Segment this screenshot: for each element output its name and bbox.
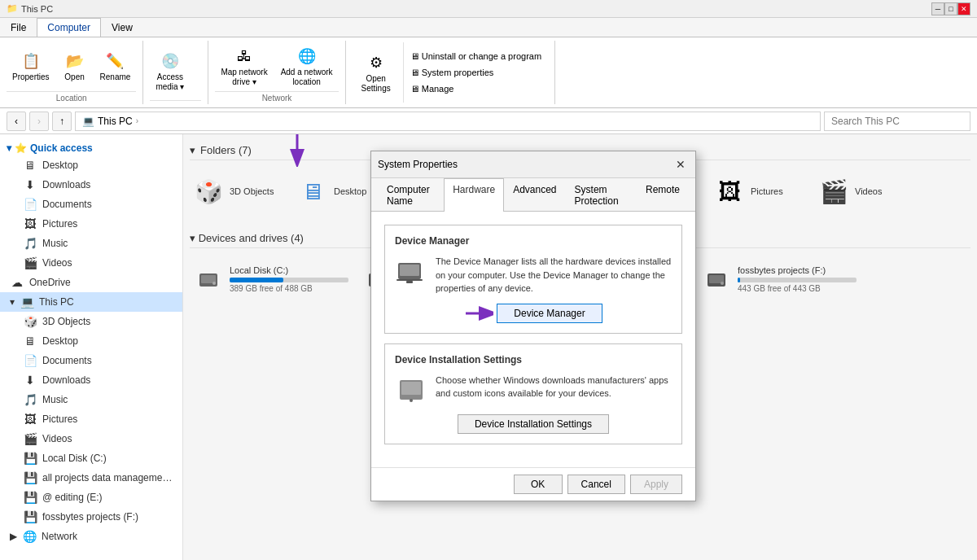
sidebar-localdisk-label: Local Disk (C:): [42, 453, 176, 464]
tab-file[interactable]: File: [0, 18, 37, 37]
window-icon: 📁: [7, 3, 18, 14]
map-network-label: Map networkdrive ▾: [221, 68, 267, 87]
sidebar-item-editing[interactable]: 💾 @ editing (E:): [0, 488, 182, 507]
sidebar-videos-label: Videos: [42, 257, 176, 269]
rename-label: Rename: [100, 72, 131, 82]
sidebar-item-pictures[interactable]: 🖼 Pictures: [0, 214, 182, 234]
access-media-icon: 💿: [159, 50, 182, 72]
sidebar-item-pictures2[interactable]: 🖼 Pictures: [0, 409, 182, 429]
sidebar-item-local-disk[interactable]: 💾 Local Disk (C:): [0, 448, 182, 468]
sidebar-desktop-label: Desktop: [42, 160, 176, 171]
svg-rect-26: [406, 281, 413, 283]
downloads-icon: ⬇: [23, 177, 37, 192]
path-computer: This PC: [98, 116, 133, 127]
sidebar-item-videos[interactable]: 🎬 Videos: [0, 253, 182, 273]
open-icon: 📂: [64, 50, 86, 72]
fossbytes-icon: 💾: [23, 510, 37, 524]
apply-btn[interactable]: Apply: [630, 475, 682, 494]
sidebar-editing-label: @ editing (E:): [42, 492, 176, 503]
properties-btn[interactable]: 📋 Properties: [7, 47, 55, 85]
videos-icon: 🎬: [23, 256, 37, 270]
add-network-btn[interactable]: 🌐 Add a networklocation: [275, 42, 339, 90]
forward-btn[interactable]: ›: [29, 112, 49, 131]
device-installation-text: Choose whether Windows downloads manufac…: [436, 374, 672, 400]
device-manager-btn[interactable]: Device Manager: [497, 304, 602, 323]
back-btn[interactable]: ‹: [7, 112, 26, 131]
device-manager-title: Device Manager: [395, 235, 672, 247]
map-network-btn[interactable]: 🖧 Map networkdrive ▾: [215, 42, 273, 90]
tab-computer[interactable]: Computer: [37, 18, 101, 37]
open-settings-btn[interactable]: ⚙ OpenSettings: [356, 49, 396, 96]
3d-icon: 🎲: [23, 314, 37, 329]
manage-btn[interactable]: 🖥 Manage: [407, 82, 545, 95]
quick-access-chevron: ▾: [7, 142, 11, 154]
minimize-btn[interactable]: ─: [931, 2, 944, 15]
sidebar-item-docs2[interactable]: 📄 Documents: [0, 351, 182, 370]
thispc-chevron: ▾: [10, 296, 15, 308]
tab-view[interactable]: View: [101, 18, 143, 37]
sidebar-dl2-label: Downloads: [42, 374, 176, 386]
local-disk-icon: 💾: [23, 451, 37, 466]
tab-computer-name[interactable]: Computer Name: [378, 178, 444, 212]
sidebar-item-thispc[interactable]: ▾ 💻 This PC: [0, 292, 182, 312]
add-network-icon: 🌐: [296, 45, 318, 68]
tab-advanced[interactable]: Advanced: [504, 178, 565, 212]
sidebar-item-downloads[interactable]: ⬇ Downloads: [0, 175, 182, 195]
sidebar-item-onedrive[interactable]: ☁ OneDrive: [0, 273, 182, 292]
ok-btn[interactable]: OK: [514, 475, 563, 494]
sidebar-pictures2-label: Pictures: [42, 413, 176, 425]
tab-hardware[interactable]: Hardware: [444, 178, 504, 212]
ribbon-content: 📋 Properties 📂 Open ✏️ Rename Location 💿: [0, 37, 977, 107]
quick-access-section[interactable]: ▾ ⭐ Quick access: [0, 138, 182, 155]
docs2-icon: 📄: [23, 353, 37, 368]
sidebar-item-datamgmt[interactable]: 💾 all projects data management (D:: [0, 468, 182, 488]
tab-remote[interactable]: Remote: [637, 178, 689, 212]
sidebar-music2-label: Music: [42, 394, 176, 405]
settings-icon: ⚙: [365, 51, 388, 74]
sidebar-item-desktop[interactable]: 🖥 Desktop: [0, 155, 182, 175]
sidebar-item-dl2[interactable]: ⬇ Downloads: [0, 370, 182, 390]
up-btn[interactable]: ↑: [52, 112, 72, 131]
rename-btn[interactable]: ✏️ Rename: [94, 47, 137, 85]
address-path[interactable]: 💻 This PC ›: [75, 112, 821, 131]
open-btn[interactable]: 📂 Open: [57, 47, 93, 85]
ribbon-tabs: File Computer View: [0, 18, 977, 37]
sidebar-fossbytes-label: fossbytes projects (F:): [42, 511, 176, 523]
quick-access-icon: ⭐: [15, 142, 27, 154]
sidebar-item-music[interactable]: 🎵 Music: [0, 234, 182, 253]
search-input[interactable]: [824, 112, 970, 131]
sidebar-item-network[interactable]: ▶ 🌐 Network: [0, 527, 182, 546]
sidebar-item-fossbytes[interactable]: 💾 fossbytes projects (F:): [0, 507, 182, 527]
editing-icon: 💾: [23, 490, 37, 505]
ribbon-group-system: ⚙ OpenSettings 🖥 Uninstall or change a p…: [346, 41, 556, 104]
tab-system-protection[interactable]: System Protection: [566, 178, 637, 212]
system-props-icon: 🖥: [410, 68, 419, 77]
dialog-close-btn[interactable]: ✕: [673, 156, 689, 173]
rename-icon: ✏️: [103, 50, 126, 72]
maximize-btn[interactable]: □: [944, 2, 957, 15]
sidebar-item-music2[interactable]: 🎵 Music: [0, 390, 182, 409]
access-media-label: Accessmedia ▾: [156, 72, 184, 92]
sidebar-music-label: Music: [42, 238, 176, 249]
network-group-label: Network: [215, 91, 338, 103]
access-media-btn[interactable]: 💿 Accessmedia ▾: [150, 47, 190, 94]
sidebar-item-3d[interactable]: 🎲 3D Objects: [0, 312, 182, 331]
add-network-label: Add a networklocation: [281, 68, 333, 87]
thispc-icon: 💻: [20, 295, 34, 309]
device-manager-btn-row: Device Manager: [395, 304, 672, 323]
device-installation-btn[interactable]: Device Installation Settings: [458, 414, 609, 434]
uninstall-btn[interactable]: 🖥 Uninstall or change a program: [407, 50, 545, 63]
close-btn[interactable]: ✕: [957, 2, 970, 15]
datamgmt-icon: 💾: [23, 470, 37, 485]
uninstall-icon: 🖥: [410, 51, 419, 61]
window-title: This PC: [21, 4, 53, 14]
system-props-btn[interactable]: 🖥 System properties: [407, 66, 545, 79]
address-bar: ‹ › ↑ 💻 This PC ›: [0, 108, 977, 134]
sidebar-item-videos2[interactable]: 🎬 Videos: [0, 429, 182, 448]
open-label: Open: [64, 72, 84, 82]
onedrive-icon: ☁: [10, 275, 24, 290]
cancel-btn[interactable]: Cancel: [567, 475, 625, 494]
sidebar-item-documents[interactable]: 📄 Documents: [0, 195, 182, 214]
sidebar-item-desktop2[interactable]: 🖥 Desktop: [0, 331, 182, 351]
content-area: ▾ Folders (7) 🎲 3D Objects 🖥 Desktop: [183, 134, 977, 560]
